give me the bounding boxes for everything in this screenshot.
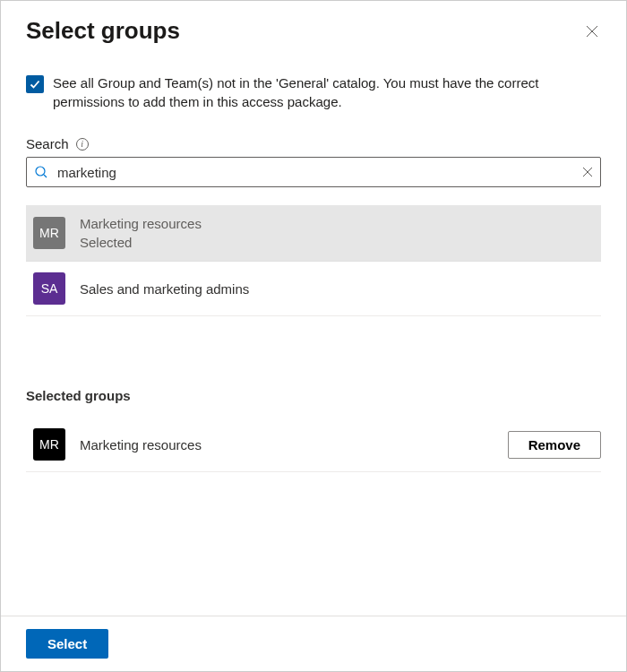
page-title: Select groups (26, 17, 180, 45)
see-all-groups-checkbox[interactable] (26, 75, 44, 93)
remove-button[interactable]: Remove (508, 431, 601, 459)
select-button[interactable]: Select (26, 629, 108, 659)
panel-footer: Select (1, 616, 626, 671)
search-icon (34, 165, 48, 179)
selected-groups-title: Selected groups (26, 388, 601, 403)
clear-search-button[interactable] (582, 167, 593, 177)
group-avatar: SA (33, 272, 65, 305)
close-button[interactable] (583, 22, 601, 40)
selected-group-item: MR Marketing resources Remove (26, 418, 601, 472)
see-all-groups-label: See all Group and Team(s) not in the 'Ge… (53, 73, 601, 111)
clear-icon (582, 167, 593, 177)
result-status: Selected (80, 235, 202, 250)
info-icon[interactable]: i (76, 138, 89, 151)
result-item[interactable]: SA Sales and marketing admins (26, 262, 601, 316)
search-results: MR Marketing resources Selected SA Sales… (26, 205, 601, 316)
svg-line-3 (44, 175, 47, 177)
svg-point-2 (36, 167, 45, 176)
group-avatar: MR (33, 428, 65, 461)
selected-groups-list: MR Marketing resources Remove (26, 418, 601, 472)
close-icon (586, 25, 598, 38)
selected-group-name: Marketing resources (80, 437, 494, 452)
result-name: Marketing resources (80, 216, 202, 231)
result-name: Sales and marketing admins (80, 281, 249, 297)
result-item[interactable]: MR Marketing resources Selected (26, 205, 601, 262)
search-input[interactable] (56, 164, 575, 181)
search-label: Search (26, 136, 69, 151)
checkmark-icon (29, 78, 41, 90)
group-avatar: MR (33, 217, 65, 249)
search-box[interactable] (26, 157, 601, 187)
